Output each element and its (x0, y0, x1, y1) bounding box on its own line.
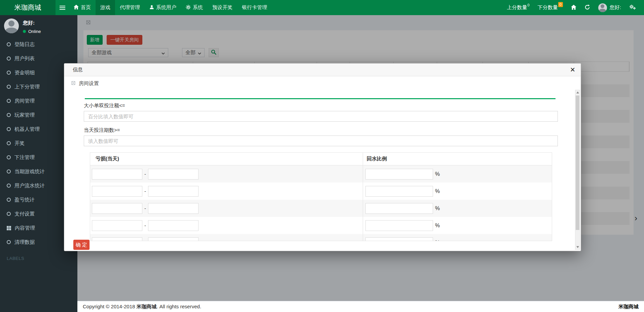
circle-icon (7, 212, 11, 216)
table-row: - % (90, 183, 552, 200)
table-row: - % (90, 200, 552, 217)
nav-item-system-users[interactable]: 系统用户 (145, 0, 181, 15)
nav-item-bank-card-management[interactable]: 银行卡管理 (237, 0, 272, 15)
home-shortcut-button[interactable] (567, 0, 580, 15)
range-separator: - (144, 188, 146, 194)
circle-icon (7, 42, 11, 46)
footer: Copyright © 2014-2018 米珈商城. All rights r… (77, 301, 644, 312)
percent-suffix: % (435, 240, 440, 241)
rebate-table-body: - % - % (90, 165, 552, 241)
percent-suffix: % (435, 205, 440, 211)
table-row: - % (90, 234, 552, 241)
down-score-button[interactable]: 下分数量 0 (534, 0, 567, 15)
rebate-percent-input[interactable] (365, 169, 433, 180)
green-divider (85, 98, 556, 99)
nav-item-agent-management[interactable]: 代理管理 (115, 0, 145, 15)
sidebar-greeting: 您好: (23, 20, 41, 26)
rebate-column-header: 回水比例 (363, 153, 552, 165)
circle-icon (7, 56, 11, 61)
nav-item-label: 游戏 (100, 4, 110, 11)
sidebar-toggle-button[interactable] (56, 0, 69, 15)
bet-periods-input[interactable] (84, 135, 558, 146)
modal-header: 信息 ✕ (64, 64, 581, 76)
range-separator: - (144, 223, 146, 228)
bet-amount-label: 大小单双投注额<= (84, 103, 125, 109)
user-icon (149, 5, 154, 10)
confirm-button[interactable]: 确 定 (73, 240, 90, 250)
sidebar-item-login-log[interactable]: 登陆日志 (0, 37, 77, 51)
up-score-label: 上分数量 (507, 4, 527, 11)
scroll-down-icon[interactable] (576, 246, 579, 248)
range-separator: - (144, 171, 146, 177)
range-separator: - (144, 205, 146, 211)
cogs-icon (629, 4, 636, 11)
nav-item-label: 预设开奖 (212, 4, 232, 11)
circle-icon (7, 127, 11, 131)
rebate-percent-input[interactable] (365, 186, 433, 197)
user-menu-button[interactable]: 您好: (594, 0, 625, 15)
refresh-icon (584, 4, 590, 11)
brand-logo[interactable]: 米珈商城 (0, 0, 56, 15)
navbar-right: 上分数量 0 下分数量 0 您好: (503, 0, 644, 15)
circle-icon (7, 141, 11, 145)
loss-min-input[interactable] (92, 169, 142, 180)
rebate-percent-input[interactable] (365, 203, 433, 214)
settings-button[interactable] (625, 0, 640, 15)
sidebar-labels-header: LABELS (0, 256, 77, 261)
loss-min-input[interactable] (92, 220, 142, 231)
rebate-table-header: 亏损(当天) 回水比例 (90, 153, 552, 165)
circle-icon (7, 184, 11, 188)
rebate-percent-input[interactable] (365, 220, 433, 231)
grid-icon (7, 226, 11, 230)
modal-body: 房间设置 大小单双投注额<= 当天投注期数>= 亏损(当天) 回水比例 - (64, 76, 581, 251)
range-separator: - (144, 240, 146, 241)
nav-item-home[interactable]: 首页 (69, 0, 96, 15)
section-title-row: 房间设置 (71, 80, 99, 87)
nav-item-label: 代理管理 (120, 4, 140, 11)
scroll-up-icon[interactable] (576, 91, 579, 93)
percent-suffix: % (435, 171, 440, 177)
rebate-table: 亏损(当天) 回水比例 - % (90, 152, 552, 241)
percent-suffix: % (435, 223, 440, 229)
bet-amount-input[interactable] (84, 111, 558, 122)
table-row: - % (90, 165, 552, 183)
scrollbar-thumb[interactable] (576, 95, 579, 230)
greeting-label: 您好: (610, 4, 621, 11)
loss-min-input[interactable] (92, 203, 142, 214)
close-icon[interactable]: ✕ (570, 66, 575, 74)
avatar (4, 18, 19, 33)
loss-min-input[interactable] (92, 186, 142, 197)
nav-item-label: 银行卡管理 (242, 4, 267, 11)
loss-max-input[interactable] (148, 186, 199, 197)
nav-item-label: 系统用户 (156, 4, 176, 11)
circle-icon (7, 99, 11, 103)
bet-periods-label: 当天投注期数>= (84, 127, 120, 133)
loss-max-input[interactable] (148, 220, 199, 231)
loss-max-input[interactable] (148, 237, 199, 241)
circle-icon (7, 198, 11, 202)
nav-item-label: 系统 (193, 4, 203, 11)
percent-suffix: % (435, 188, 440, 194)
footer-brand: 米珈商城 (618, 304, 644, 310)
nav-item-games[interactable]: 游戏 (96, 0, 115, 15)
loss-max-input[interactable] (148, 203, 199, 214)
navbar: 米珈商城 首页 游戏 代理管理 系统用户 系统 预设开奖 银行卡管理 上分数量 (0, 0, 644, 15)
up-score-count: 0 (528, 3, 530, 7)
home-icon (74, 5, 79, 10)
circle-icon (7, 71, 11, 75)
loss-min-input[interactable] (92, 237, 142, 241)
modal-scrollbar[interactable] (575, 90, 580, 250)
nav-item-label: 首页 (81, 4, 91, 11)
up-score-button[interactable]: 上分数量 0 (503, 0, 534, 15)
nav-item-system[interactable]: 系统 (181, 0, 208, 15)
refresh-button[interactable] (580, 0, 594, 15)
circle-icon (7, 240, 11, 244)
room-settings-modal: 信息 ✕ 房间设置 大小单双投注额<= 当天投注期数>= 亏损(当天) 回水比例… (64, 63, 581, 251)
online-status-label: Online (28, 29, 41, 34)
nav-item-preset-draw[interactable]: 预设开奖 (208, 0, 237, 15)
sidebar-user-panel: 您好: Online (0, 15, 77, 37)
rebate-percent-input[interactable] (365, 237, 433, 241)
loss-max-input[interactable] (148, 169, 199, 180)
circle-icon (7, 169, 11, 173)
table-row: - % (90, 217, 552, 234)
